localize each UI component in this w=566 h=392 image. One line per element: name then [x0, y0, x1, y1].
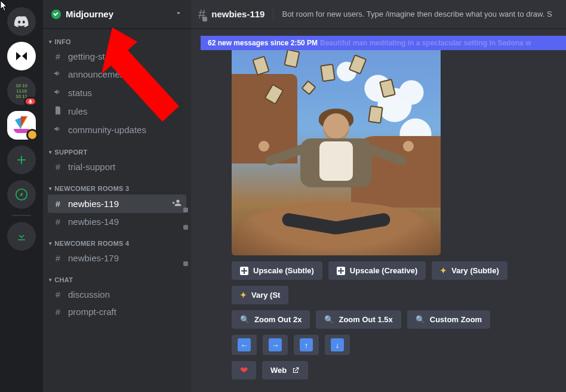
category-header[interactable]: ▾SUPPORT — [48, 139, 186, 158]
server-button-midjourney[interactable] — [7, 111, 36, 140]
server-name: Midjourney — [66, 9, 113, 19]
generated-image[interactable] — [232, 47, 441, 255]
vary-subtle--button[interactable]: ✦Vary (Subtle) — [432, 261, 507, 280]
channel-discussion[interactable]: #discussion — [48, 286, 186, 303]
category-label: NEWCOMER ROOMS 3 — [54, 185, 129, 192]
magnifier-icon: 🔍 — [324, 315, 334, 324]
pan-down-button[interactable]: ↓ — [325, 335, 350, 355]
button-label: Zoom Out 2x — [254, 315, 302, 324]
category-header[interactable]: ▾INFO — [48, 29, 186, 48]
binary-text: 10 10 1110 10 11 — [16, 83, 27, 99]
header-divider — [273, 8, 273, 21]
announce-icon — [53, 69, 63, 80]
new-messages-banner[interactable]: 62 new messages since 2:50 PM Beautiful … — [201, 36, 566, 50]
server-button-2[interactable]: 10 10 1110 10 11 — [7, 76, 36, 105]
sparkle-icon: ✦ — [240, 291, 247, 300]
category-label: NEWCOMER ROOMS 4 — [54, 240, 129, 247]
action-row-arrows: ←→↑↓ — [232, 335, 556, 355]
channel-newbies-179[interactable]: #newbies-179 — [48, 249, 186, 267]
chevron-down-icon: ▾ — [49, 149, 52, 155]
announce-icon — [53, 124, 63, 135]
channel-header: # newbies-119 Bot room for new users. Ty… — [191, 0, 566, 29]
favorite-button[interactable]: ❤ — [232, 361, 256, 379]
sparkle-icon: ✦ — [440, 266, 447, 275]
custom-zoom-button[interactable]: 🔍Custom Zoom — [407, 310, 490, 329]
chevron-down-icon: ▾ — [49, 186, 52, 192]
new-messages-text: 62 new messages since 2:50 PM — [208, 39, 318, 47]
server-header[interactable]: Midjourney — [43, 0, 191, 29]
create-invite-icon[interactable] — [172, 198, 182, 209]
channel-status[interactable]: status — [48, 84, 186, 102]
channel-announcements[interactable]: announcements — [48, 65, 186, 84]
web-button[interactable]: Web — [262, 361, 308, 379]
plus-icon: + — [17, 150, 26, 169]
grid-icon — [240, 267, 248, 275]
vary-st-button[interactable]: ✦Vary (St — [232, 286, 288, 304]
hash-lock-icon: # — [53, 199, 63, 209]
button-label: Vary (St — [251, 291, 280, 300]
home-server-button[interactable] — [7, 7, 36, 36]
channel-community-updates[interactable]: community-updates — [48, 121, 186, 139]
channel-label: newbies-179 — [68, 253, 182, 263]
upscale-creative--button[interactable]: Upscale (Creative) — [328, 261, 426, 280]
channel-getting-started[interactable]: #getting-started — [48, 48, 186, 65]
grid-icon — [337, 267, 345, 275]
chevron-down-icon — [174, 9, 183, 19]
category-header[interactable]: ▾CHAT — [48, 267, 186, 286]
download-apps-button[interactable] — [7, 222, 36, 251]
rail-separator — [12, 215, 31, 216]
zoom-out-2x-button[interactable]: 🔍Zoom Out 2x — [232, 310, 310, 329]
channel-title: newbies-119 — [211, 9, 264, 19]
channel-topic[interactable]: Bot room for new users. Type /imagine th… — [282, 10, 559, 18]
category-label: SUPPORT — [54, 149, 87, 156]
button-label: Zoom Out 1.5x — [339, 315, 392, 324]
web-button-label: Web — [270, 366, 287, 375]
channel-newbies-119[interactable]: #newbies-119 — [48, 195, 186, 213]
channel-label: rules — [68, 106, 182, 116]
magnifier-icon: 🔍 — [416, 315, 425, 324]
channel-label: status — [68, 88, 182, 98]
add-server-button[interactable]: + — [7, 146, 36, 174]
button-label: Upscale (Creative) — [350, 266, 417, 275]
upscale-subtle--button[interactable]: Upscale (Subtle) — [232, 261, 322, 280]
chevron-down-icon: ▾ — [49, 240, 52, 246]
channel-sidebar: Midjourney ▾INFO#getting-startedannounce… — [43, 0, 191, 392]
action-row-2: 🔍Zoom Out 2x🔍Zoom Out 1.5x🔍Custom Zoom — [232, 310, 556, 329]
main-area: # newbies-119 Bot room for new users. Ty… — [191, 0, 566, 392]
category-header[interactable]: ▾NEWCOMER ROOMS 3 — [48, 175, 186, 195]
server-button-1[interactable] — [7, 42, 36, 70]
pan-up-button[interactable]: ↑ — [294, 335, 319, 355]
hash-icon: # — [53, 290, 63, 300]
button-label: Vary (Subtle) — [451, 266, 499, 275]
channel-label: community-updates — [68, 125, 182, 135]
message-scroll[interactable]: 62 new messages since 2:50 PM Beautiful … — [191, 29, 566, 392]
zoom-out-1-5x-button[interactable]: 🔍Zoom Out 1.5x — [316, 310, 401, 329]
channel-newbies-149[interactable]: #newbies-149 — [48, 213, 186, 230]
channel-list[interactable]: ▾INFO#getting-startedannouncementsstatus… — [43, 29, 191, 392]
compass-icon — [15, 188, 28, 201]
channel-prompt-craft[interactable]: #prompt-craft — [48, 303, 186, 320]
channel-rules[interactable]: rules — [48, 102, 186, 121]
action-row-1: Upscale (Subtle)Upscale (Creative)✦Vary … — [232, 261, 556, 304]
discord-logo-icon — [14, 16, 29, 27]
explore-servers-button[interactable] — [7, 180, 36, 209]
server-rail: 10 10 1110 10 11 + — [0, 0, 43, 392]
channel-label: getting-started — [68, 51, 182, 61]
hash-lock-icon: # — [198, 7, 205, 22]
button-label: Custom Zoom — [430, 315, 482, 324]
action-row-bottom: ❤ Web — [232, 361, 556, 379]
chevron-down-icon: ▾ — [49, 39, 52, 45]
button-label: Upscale (Subtle) — [253, 266, 314, 275]
mouse-cursor-icon — [0, 0, 8, 12]
pan-right-button[interactable]: → — [263, 335, 288, 355]
channel-trial-support[interactable]: #trial-support — [48, 158, 186, 175]
channel-label: discussion — [68, 289, 182, 300]
channel-label: newbies-119 — [68, 199, 167, 209]
external-link-icon — [291, 366, 300, 375]
pan-left-button[interactable]: ← — [232, 335, 257, 355]
channel-label: newbies-149 — [68, 217, 182, 227]
magnifier-icon: 🔍 — [240, 315, 250, 324]
bowtie-icon — [14, 49, 29, 63]
arrow-icon: ← — [238, 338, 251, 351]
category-header[interactable]: ▾NEWCOMER ROOMS 4 — [48, 230, 186, 249]
